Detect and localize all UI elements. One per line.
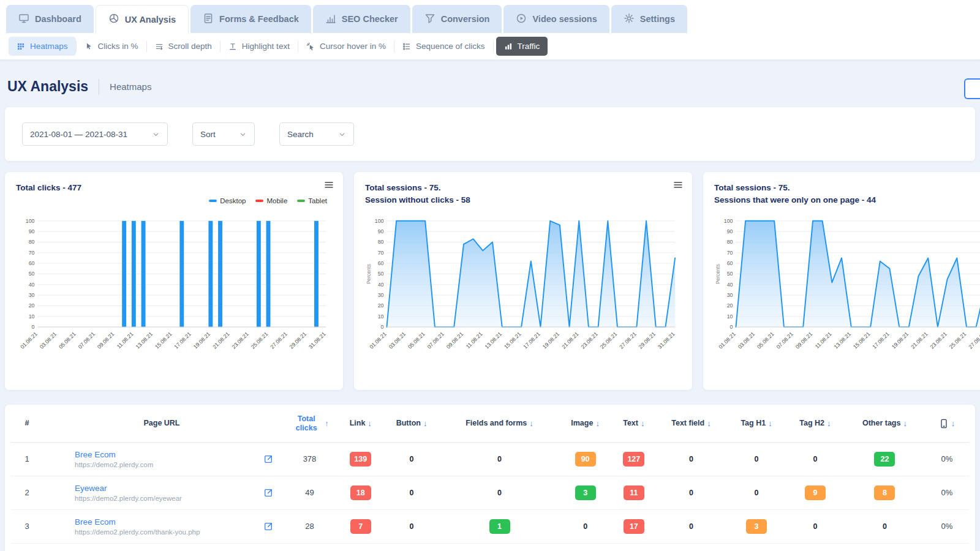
- svg-text:50: 50: [727, 271, 733, 277]
- svg-text:50: 50: [378, 271, 384, 277]
- sort-select[interactable]: Sort: [192, 122, 255, 146]
- chart-card-sessions-without-clicks: Total sessions - 75. Session without cli…: [354, 172, 692, 390]
- col-header-total-clicks[interactable]: Total clicks↑: [281, 406, 339, 443]
- col-header-label: Text field: [671, 419, 704, 429]
- svg-text:20: 20: [727, 302, 733, 309]
- search-select[interactable]: Search: [279, 122, 354, 146]
- chart-svg: 010203040506070809010001.08.2103.08.2105…: [714, 214, 980, 385]
- svg-text:03.08.21: 03.08.21: [39, 331, 58, 350]
- menu-icon[interactable]: [323, 179, 334, 192]
- svg-text:90: 90: [378, 228, 384, 234]
- svg-text:05.08.21: 05.08.21: [58, 331, 77, 350]
- subtab-traffic[interactable]: Traffic: [496, 37, 548, 56]
- legend-swatch: [297, 200, 305, 202]
- col-header-text[interactable]: Text↓: [612, 406, 655, 443]
- svg-text:01.08.21: 01.08.21: [19, 331, 39, 350]
- metric-badge: 127: [623, 452, 644, 467]
- table-row: 3Bree Ecomhttps://demo2.plerdy.com/thank…: [11, 509, 969, 543]
- sort-desc-icon[interactable]: ↓: [827, 419, 831, 429]
- heatmap-icon: [17, 42, 25, 51]
- metric-zero: 0: [497, 455, 502, 463]
- sort-desc-icon[interactable]: ↓: [368, 419, 372, 429]
- sort-desc-icon[interactable]: ↓: [951, 419, 956, 429]
- metric-zero: 0: [813, 522, 817, 531]
- menu-icon[interactable]: [673, 179, 684, 192]
- col-header-tag-h1[interactable]: Tag H1↓: [727, 406, 786, 443]
- svg-text:60: 60: [29, 260, 35, 266]
- traffic-icon: [504, 42, 513, 51]
- sort-asc-icon[interactable]: ↑: [325, 419, 329, 429]
- col-header-device[interactable]: ↓: [925, 406, 969, 443]
- metric-badge: 1: [489, 519, 510, 534]
- svg-text:05.08.21: 05.08.21: [407, 331, 426, 350]
- tab-label: SEO Checker: [342, 14, 398, 24]
- total-clicks-value: 49: [281, 476, 339, 509]
- sort-desc-icon[interactable]: ↓: [707, 419, 711, 429]
- table-row: 2Eyewearhttps://demo2.plerdy.com/eyewear…: [11, 476, 969, 509]
- svg-text:19.08.21: 19.08.21: [541, 331, 561, 350]
- side-panel-toggle-button[interactable]: [964, 78, 980, 99]
- page-link[interactable]: Eyewear: [75, 484, 182, 493]
- sort-desc-icon[interactable]: ↓: [529, 419, 533, 429]
- svg-text:27.08.21: 27.08.21: [618, 331, 638, 350]
- col-header-label: Link: [350, 419, 366, 429]
- subtab-clicks-in[interactable]: Clicks in %: [77, 37, 146, 56]
- date-range-select[interactable]: 2021-08-01 — 2021-08-31: [22, 122, 168, 146]
- sort-desc-icon[interactable]: ↓: [641, 419, 645, 429]
- col-header-button[interactable]: Button↓: [383, 406, 441, 443]
- col-header-text-field[interactable]: Text field↓: [655, 406, 727, 443]
- metric-zero: 0: [883, 522, 887, 531]
- sort-desc-icon[interactable]: ↓: [423, 419, 428, 429]
- tab-video-sessions[interactable]: Video sessions: [503, 5, 609, 33]
- col-header-image[interactable]: Image↓: [558, 406, 612, 443]
- metric-zero: 0: [410, 522, 414, 531]
- tab-seo-checker[interactable]: SEO Checker: [313, 5, 410, 33]
- metric-zero: 0: [813, 455, 817, 463]
- col-header-page-url: Page URL: [43, 406, 281, 443]
- subtab-label: Cursor hover in %: [320, 42, 386, 51]
- legend-item-mobile[interactable]: Mobile: [255, 197, 287, 204]
- col-header-label: Tag H2: [799, 419, 824, 429]
- subtab-scroll-depth[interactable]: Scroll depth: [147, 37, 220, 56]
- svg-text:01.08.21: 01.08.21: [717, 331, 737, 350]
- sort-desc-icon[interactable]: ↓: [595, 419, 600, 429]
- svg-text:100: 100: [375, 218, 384, 224]
- legend-item-desktop[interactable]: Desktop: [209, 197, 246, 204]
- chevron-down-icon: [239, 130, 247, 138]
- subtab-sequence-of-clicks[interactable]: Sequence of clicks: [394, 37, 493, 56]
- subtab-heatmaps[interactable]: Heatmaps: [9, 37, 76, 56]
- col-header-fields-and-forms[interactable]: Fields and forms↓: [441, 406, 559, 443]
- col-header-link[interactable]: Link↓: [339, 406, 383, 443]
- external-link-icon[interactable]: [263, 522, 273, 531]
- col-header-other-tags[interactable]: Other tags↓: [845, 406, 925, 443]
- col-header-tag-h2[interactable]: Tag H2↓: [786, 406, 845, 443]
- sort-desc-icon[interactable]: ↓: [768, 419, 772, 429]
- subtab-cursor-hover-in[interactable]: Cursor hover in %: [298, 37, 394, 56]
- external-link-icon[interactable]: [263, 488, 273, 498]
- tab-settings[interactable]: Settings: [611, 5, 687, 33]
- page-url: https://demo2.plerdy.com: [75, 461, 153, 468]
- external-link-icon[interactable]: [263, 454, 273, 464]
- tab-forms-feedback[interactable]: Forms & Feedback: [190, 5, 311, 33]
- col-header-label: Total clicks: [290, 414, 322, 433]
- svg-text:13.08.21: 13.08.21: [135, 331, 154, 350]
- page-link[interactable]: Bree Ecom: [75, 450, 153, 459]
- forms-icon: [203, 13, 214, 26]
- subtab-label: Traffic: [518, 42, 540, 51]
- pages-table: #Page URLTotal clicks↑Link↓Button↓Fields…: [11, 406, 969, 544]
- sort-desc-icon[interactable]: ↓: [903, 419, 907, 429]
- col-header-label: Fields and forms: [466, 419, 527, 429]
- subtab-highlight-text[interactable]: Highlight text: [221, 37, 298, 56]
- svg-text:27.08.21: 27.08.21: [269, 331, 288, 350]
- tab-ux-analysis[interactable]: UX Analysis: [96, 5, 189, 33]
- col-header-label: Text: [623, 419, 638, 429]
- legend-item-tablet[interactable]: Tablet: [297, 197, 327, 204]
- svg-text:10: 10: [727, 313, 733, 320]
- col-header-label: Tag H1: [741, 419, 766, 429]
- tab-conversion[interactable]: Conversion: [412, 5, 502, 33]
- svg-text:21.08.21: 21.08.21: [211, 331, 231, 350]
- page-link[interactable]: Bree Ecom: [75, 517, 200, 527]
- tab-dashboard[interactable]: Dashboard: [6, 5, 94, 33]
- chart-title: Total sessions - 75.: [365, 182, 681, 194]
- metric-zero: 0: [497, 489, 502, 497]
